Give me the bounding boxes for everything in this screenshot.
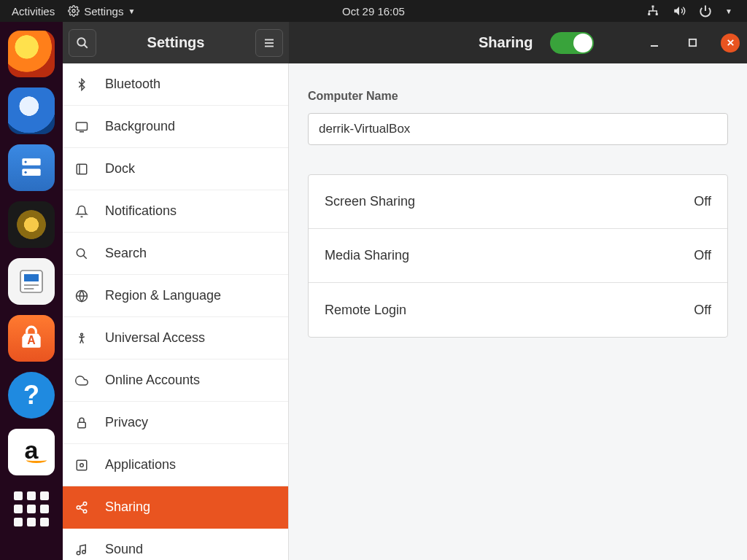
svg-line-14 <box>84 44 88 48</box>
clock[interactable]: Oct 29 16:05 <box>342 5 405 18</box>
svg-rect-2 <box>648 13 650 15</box>
sidebar-item-label: Sharing <box>105 499 150 515</box>
sidebar-item-label: Background <box>105 119 175 134</box>
dock: A ? a <box>0 22 63 560</box>
sidebar-item-sharing[interactable]: Sharing <box>63 486 288 529</box>
chevron-down-icon: ▼ <box>725 7 732 15</box>
search-button[interactable] <box>69 29 96 57</box>
svg-rect-3 <box>656 13 658 15</box>
gear-icon <box>68 5 80 17</box>
svg-rect-1 <box>652 6 654 8</box>
svg-point-39 <box>77 551 80 555</box>
dock-app-help[interactable]: ? <box>8 372 55 419</box>
hamburger-button[interactable] <box>255 29 283 57</box>
dock-app-software[interactable]: A <box>8 315 55 362</box>
computer-name-label: Computer Name <box>308 90 728 103</box>
chevron-down-icon: ▼ <box>128 7 135 15</box>
background-icon <box>73 120 90 133</box>
dock-app-writer[interactable] <box>8 258 55 305</box>
minimize-icon <box>649 38 659 48</box>
computer-name-input[interactable] <box>308 113 728 145</box>
svg-rect-24 <box>77 164 87 174</box>
dock-app-rhythmbox[interactable] <box>8 201 55 248</box>
dock-app-thunderbird[interactable] <box>8 88 55 134</box>
svg-rect-9 <box>24 274 39 281</box>
sidebar-item-privacy[interactable]: Privacy <box>63 402 288 444</box>
sharing-row-screen-sharing[interactable]: Screen SharingOff <box>309 175 727 229</box>
sharing-row-label: Media Sharing <box>325 248 409 263</box>
svg-rect-31 <box>78 422 86 428</box>
sidebar-item-label: Bluetooth <box>105 77 160 92</box>
settings-sidebar: BluetoothBackgroundDockNotificationsSear… <box>63 63 289 560</box>
svg-point-40 <box>82 550 86 553</box>
sharing-row-media-sharing[interactable]: Media SharingOff <box>309 229 727 283</box>
sidebar-item-online[interactable]: Online Accounts <box>63 359 288 402</box>
notifications-icon <box>73 205 90 218</box>
svg-point-36 <box>83 510 87 513</box>
svg-line-38 <box>80 508 83 510</box>
svg-line-27 <box>83 255 87 259</box>
sidebar-item-region[interactable]: Region & Language <box>63 275 288 317</box>
sidebar-item-bluetooth[interactable]: Bluetooth <box>63 63 288 106</box>
app-menu-label: Settings <box>84 5 123 18</box>
dock-show-apps[interactable] <box>8 486 55 532</box>
sidebar-item-label: Applications <box>105 457 176 472</box>
app-menu[interactable]: Settings ▼ <box>68 5 135 18</box>
sidebar-item-notifications[interactable]: Notifications <box>63 190 288 233</box>
bluetooth-icon <box>73 78 90 91</box>
apps-grid-icon <box>14 491 49 526</box>
dock-icon <box>73 163 90 176</box>
sidebar-item-search[interactable]: Search <box>63 233 288 275</box>
svg-point-13 <box>77 38 85 46</box>
dock-app-files[interactable] <box>8 144 55 191</box>
sidebar-item-label: Privacy <box>105 415 148 430</box>
sharing-row-status: Off <box>694 194 711 209</box>
sidebar-item-applications[interactable]: Applications <box>63 444 288 486</box>
sidebar-item-label: Search <box>105 246 147 261</box>
online-icon <box>73 374 90 387</box>
hamburger-icon <box>263 36 276 50</box>
sidebar-item-label: Region & Language <box>105 288 221 303</box>
universal-icon <box>73 332 90 345</box>
settings-window: Settings Sharing BluetoothBack <box>63 22 747 560</box>
sharing-row-status: Off <box>694 248 711 263</box>
search-icon <box>73 247 90 260</box>
sharing-row-remote-login[interactable]: Remote LoginOff <box>309 283 727 337</box>
sharing-row-label: Screen Sharing <box>325 194 415 209</box>
minimize-button[interactable] <box>645 34 664 52</box>
svg-text:A: A <box>27 334 36 346</box>
privacy-icon <box>73 416 90 429</box>
svg-rect-32 <box>77 460 87 470</box>
content-title: Sharing <box>479 34 533 51</box>
close-icon <box>726 38 735 47</box>
sharing-icon <box>73 501 90 514</box>
activities-button[interactable]: Activities <box>12 5 55 18</box>
sidebar-item-universal[interactable]: Universal Access <box>63 317 288 359</box>
svg-point-33 <box>80 463 84 467</box>
network-icon <box>646 4 659 18</box>
sidebar-item-label: Sound <box>105 542 143 557</box>
sharing-toggle[interactable] <box>550 32 594 54</box>
svg-point-30 <box>81 333 83 335</box>
applications-icon <box>73 459 90 472</box>
status-area[interactable]: ▼ <box>646 4 747 18</box>
sidebar-title: Settings <box>147 34 205 51</box>
maximize-button[interactable] <box>683 34 702 52</box>
search-icon <box>76 36 89 50</box>
svg-point-6 <box>25 161 27 163</box>
svg-point-0 <box>72 9 75 12</box>
sidebar-item-sound[interactable]: Sound <box>63 529 288 560</box>
svg-point-34 <box>83 502 87 505</box>
close-button[interactable] <box>721 34 740 52</box>
power-icon <box>699 4 712 18</box>
top-bar: Activities Settings ▼ Oct 29 16:05 ▼ <box>0 0 747 22</box>
dock-app-amazon[interactable]: a <box>8 429 55 475</box>
sidebar-item-background[interactable]: Background <box>63 106 288 148</box>
svg-line-37 <box>80 504 83 506</box>
dock-app-firefox[interactable] <box>8 31 55 77</box>
svg-rect-22 <box>77 122 88 131</box>
sidebar-item-label: Universal Access <box>105 330 205 346</box>
region-icon <box>73 289 90 303</box>
svg-point-7 <box>25 171 27 174</box>
sidebar-item-dock[interactable]: Dock <box>63 148 288 190</box>
